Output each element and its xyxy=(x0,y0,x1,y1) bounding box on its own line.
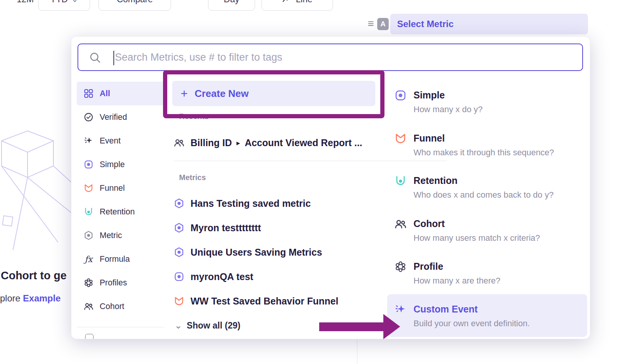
sidebar-item-metric[interactable]: Metric xyxy=(77,224,165,247)
sidebar-item-all[interactable]: All xyxy=(77,82,165,105)
sidebar-item-label: Cohort xyxy=(100,302,124,311)
metric-type-title: Retention xyxy=(413,175,587,186)
event-sparkle-icon xyxy=(84,136,94,146)
metric-type-description: Who makes it through this sequence? xyxy=(413,148,587,158)
chart-type-line-button[interactable]: Line xyxy=(262,0,333,11)
chevron-down-icon: ⌄ xyxy=(72,0,78,3)
cohort-people-icon xyxy=(174,137,184,148)
metric-hexagon-icon xyxy=(84,230,94,240)
simple-metric-icon xyxy=(84,159,94,169)
recent-item-secondary: Account Viewed Report ... xyxy=(245,137,362,148)
granularity-day-button[interactable]: Day xyxy=(208,0,255,11)
select-metric-button[interactable]: Select Metric xyxy=(390,14,588,34)
cohort-people-icon xyxy=(394,218,407,230)
create-new-button[interactable]: + Create New xyxy=(172,81,375,106)
example-link[interactable]: Example xyxy=(23,293,61,303)
metric-hexagon-icon xyxy=(174,222,184,233)
sidebar-item-funnel[interactable]: Funnel xyxy=(77,176,165,200)
metrics-header: Metrics xyxy=(179,173,206,182)
sidebar-item-label: All xyxy=(100,89,110,98)
create-new-label: Create New xyxy=(195,88,249,100)
query-row-badge: A xyxy=(377,18,389,30)
line-chart-icon xyxy=(282,0,291,4)
retention-icon xyxy=(84,207,94,217)
drag-handle-icon[interactable]: ≡ xyxy=(368,18,374,29)
funnel-icon xyxy=(394,132,407,145)
empty-state-subtitle-text: plore xyxy=(0,293,23,303)
search-input[interactable] xyxy=(78,44,582,70)
metric-item-label: Unique Users Saving Metrics xyxy=(191,247,322,258)
caret-right-icon: ▸ xyxy=(236,139,240,147)
sidebar-item-retention[interactable]: Retention xyxy=(77,200,165,224)
recent-item-primary: Billing ID xyxy=(191,137,232,148)
page: 12M YTD ⌄ Compare Day Line ≡ A Select Me… xyxy=(0,0,617,364)
metric-type-title: Cohort xyxy=(413,218,587,229)
grid-icon xyxy=(84,89,94,98)
text-caret xyxy=(113,51,114,65)
simple-metric-icon xyxy=(174,271,184,282)
sidebar-item-label: Simple xyxy=(100,160,125,169)
metric-item-label: Myron testttttttt xyxy=(191,222,261,234)
metric-type-title: Simple xyxy=(413,89,587,101)
annotation-arrow xyxy=(319,322,384,331)
metric-hexagon-icon xyxy=(174,198,184,209)
sidebar-item-verified[interactable]: Verified xyxy=(77,105,165,129)
metric-type-title: Profile xyxy=(413,261,587,272)
metric-type-description: How many x are there? xyxy=(413,276,587,286)
range-ytd-label: YTD xyxy=(50,0,68,5)
funnel-icon xyxy=(84,183,94,193)
verified-icon xyxy=(84,112,94,122)
metric-type-profile[interactable]: Profile How many x are there? xyxy=(387,251,587,291)
cohort-people-icon xyxy=(84,301,94,311)
metric-type-custom-event[interactable]: Custom Event Build your own event defini… xyxy=(387,294,587,337)
annotation-arrow-head xyxy=(383,314,400,339)
sidebar-item-label: Verified xyxy=(100,113,127,122)
plus-icon: + xyxy=(181,87,188,100)
formula-icon: ƒx xyxy=(84,254,94,264)
profiles-flower-icon xyxy=(84,278,94,288)
metric-item-label: WW Test Saved Behavior Funnel xyxy=(191,296,338,307)
sidebar-item-simple[interactable]: Simple xyxy=(77,153,165,176)
select-metric-label: Select Metric xyxy=(397,19,454,29)
metric-hexagon-icon xyxy=(174,247,184,258)
range-12m-button[interactable]: 12M xyxy=(11,0,39,11)
sidebar-divider xyxy=(77,327,165,327)
retention-icon xyxy=(394,175,407,187)
metric-type-title: Custom Event xyxy=(413,303,587,315)
chart-type-line-label: Line xyxy=(296,0,312,5)
empty-state-title: Cohort to ge xyxy=(1,269,66,282)
sidebar-item-label: Profiles xyxy=(100,278,127,288)
show-all-label: Show all (29) xyxy=(187,321,241,331)
sidebar-item-event[interactable]: Event xyxy=(77,129,165,153)
profiles-flower-icon xyxy=(394,261,407,273)
metric-type-description: How many x do y? xyxy=(413,105,587,114)
sidebar-item-label: Event xyxy=(100,136,121,146)
metric-type-description: Build your own event definition. xyxy=(413,319,587,329)
sidebar-item-cohort[interactable]: Cohort xyxy=(77,295,165,318)
sidebar-item-label: Metric xyxy=(100,231,122,240)
empty-state-subtitle: plore Example xyxy=(0,293,61,304)
metric-item-label: Hans Testing saved metric xyxy=(191,198,311,209)
compare-button[interactable]: Compare xyxy=(99,0,171,11)
range-ytd-button[interactable]: YTD ⌄ xyxy=(38,0,90,11)
metric-type-description: Who does x and comes back to do y? xyxy=(413,190,587,200)
funnel-icon xyxy=(174,296,184,306)
sidebar-item-formula[interactable]: ƒx Formula xyxy=(77,247,165,271)
metric-type-retention[interactable]: Retention Who does x and comes back to d… xyxy=(387,166,587,205)
metric-type-funnel[interactable]: Funnel Who makes it through this sequenc… xyxy=(387,123,587,163)
metric-type-title: Funnel xyxy=(413,132,587,144)
sidebar-item-label: Retention xyxy=(100,207,135,217)
show-all-button[interactable]: ⌄ Show all (29) xyxy=(174,319,241,332)
metric-type-cohort[interactable]: Cohort How many users match x criteria? xyxy=(387,209,587,248)
metric-picker-modal: All Verified Event Simple xyxy=(71,36,590,339)
simple-metric-icon xyxy=(394,89,407,101)
metric-type-description: How many users match x criteria? xyxy=(413,233,587,243)
metric-type-simple[interactable]: Simple How many x do y? xyxy=(387,80,587,120)
metric-item-label: myronQA test xyxy=(191,271,253,282)
search-box[interactable] xyxy=(78,43,583,71)
sidebar-item-label: Funnel xyxy=(100,184,125,193)
panel-divider xyxy=(357,339,357,364)
partial-sidebar-icon xyxy=(85,334,94,339)
sidebar-item-profiles[interactable]: Profiles xyxy=(77,271,165,295)
recents-header: Recents xyxy=(179,112,209,121)
